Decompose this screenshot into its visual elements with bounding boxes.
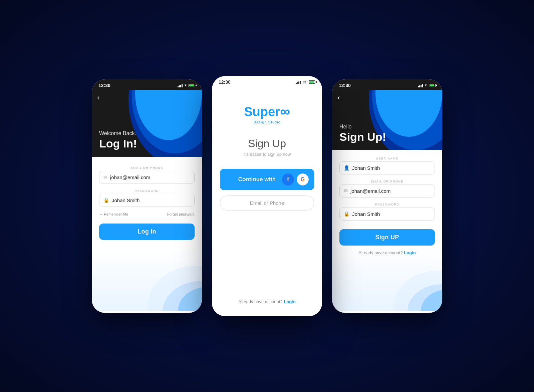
status-icons-center: ≋ <box>296 79 315 85</box>
logo: Super∞ <box>244 103 290 119</box>
password-label: PASSOWORD <box>99 189 195 192</box>
social-icons: f G <box>282 173 309 185</box>
login-link-right[interactable]: Login <box>404 250 416 255</box>
logo-super-text: Super∞ <box>244 105 290 119</box>
facebook-icon: f <box>287 176 289 183</box>
login-title: Log In! <box>99 137 137 150</box>
email-field-group: EMAIL OR PHONE ✉ johan@email.com <box>99 166 195 184</box>
password-input[interactable]: 🔒 Johan Smith <box>99 194 195 207</box>
status-bar-left: 12:30 ▾ <box>92 79 202 90</box>
wifi-icon-center: ≋ <box>303 79 307 85</box>
password-field-group-right: PASSOWORD 🔒 Johan Smith <box>339 203 435 221</box>
login-body: EMAIL OR PHONE ✉ johan@email.com PASSOWO… <box>92 157 202 311</box>
battery-icon-center <box>309 80 315 84</box>
login-button[interactable]: Log In <box>99 224 195 240</box>
battery-icon-left <box>189 84 195 87</box>
signup-button[interactable]: Sign UP <box>339 229 435 246</box>
password-value-right: Johan Smith <box>352 211 380 217</box>
status-icons-right: ▾ <box>418 83 436 87</box>
forget-password-link[interactable]: Forget password <box>167 212 195 216</box>
back-button-right[interactable]: ‹ <box>337 93 340 102</box>
lock-icon-right: 🔒 <box>344 211 349 217</box>
remember-label[interactable]: → Remember Me <box>99 212 128 216</box>
remember-row: → Remember Me Forget password <box>99 212 195 216</box>
center-signup-subtitle: It's easier to sign up now <box>243 152 291 157</box>
google-button[interactable]: G <box>297 173 309 185</box>
email-value: johan@email.com <box>110 174 150 180</box>
corner-wave-left <box>142 251 202 311</box>
email-field-group-right: EMAIL OR PHONE ✉ johan@email.com <box>339 180 435 198</box>
google-icon: G <box>301 176 305 182</box>
time-left: 12:30 <box>98 83 110 88</box>
facebook-button[interactable]: f <box>282 173 294 185</box>
username-value: Johan Smith <box>352 165 380 171</box>
logo-area: Super∞ Design Studio <box>244 103 290 124</box>
email-input-right[interactable]: ✉ johan@email.com <box>339 184 435 198</box>
password-label-right: PASSOWORD <box>339 203 435 206</box>
status-icons-left: ▾ <box>178 83 195 87</box>
login-subtitle: Welcome Back. <box>99 130 137 136</box>
email-label: EMAIL OR PHONE <box>99 166 195 169</box>
battery-icon-right <box>429 84 436 87</box>
login-header-text: Welcome Back. Log In! <box>99 130 137 150</box>
center-body: Super∞ Design Studio Sign Up It's easier… <box>212 87 322 314</box>
signup-body: USER NAME 👤 Johan Smith EMAIL OR PHONE ✉… <box>332 150 442 311</box>
email-label-right: EMAIL OR PHONE <box>339 180 435 183</box>
username-input[interactable]: 👤 Johan Smith <box>339 161 435 174</box>
username-label: USER NAME <box>339 157 435 160</box>
center-phone: 12:30 ≋ Super∞ <box>212 76 322 316</box>
signup-title: Sign Up! <box>339 130 386 143</box>
email-value-right: johan@email.com <box>350 188 390 194</box>
status-bar-right: 12:30 ▾ <box>332 79 442 90</box>
signup-subtitle: Hello <box>339 124 386 130</box>
email-phone-button[interactable]: Email or Phone <box>220 195 314 211</box>
wifi-icon-right: ▾ <box>425 83 427 87</box>
login-header: ‹ Welcome Back. Log In! <box>92 90 202 157</box>
center-signup-title: Sign Up <box>248 137 286 150</box>
already-have-account-center: Already have account? Login <box>238 299 295 304</box>
continue-with-button[interactable]: Continue with f G <box>220 169 314 190</box>
user-icon: 👤 <box>344 165 349 170</box>
email-icon: ✉ <box>103 174 107 180</box>
signup-header: ‹ Hello Sign Up! <box>332 90 442 150</box>
password-input-right[interactable]: 🔒 Johan Smith <box>339 208 435 221</box>
back-button-left[interactable]: ‹ <box>97 93 99 102</box>
wifi-icon-left: ▾ <box>185 83 187 87</box>
lock-icon: 🔒 <box>103 198 109 203</box>
username-field-group: USER NAME 👤 Johan Smith <box>339 157 435 174</box>
time-center: 12:30 <box>219 79 231 85</box>
signal-icon-left <box>178 83 183 87</box>
signal-icon-center <box>296 80 301 84</box>
email-icon-right: ✉ <box>344 188 348 193</box>
password-field-group: PASSOWORD 🔒 Johan Smith <box>99 189 195 207</box>
continue-with-label: Continue with <box>232 176 282 183</box>
login-phone: 12:30 ▾ <box>92 79 202 313</box>
status-bar-center: 12:30 ≋ <box>212 76 322 87</box>
time-right: 12:30 <box>339 83 351 88</box>
password-value: Johan Smith <box>112 198 140 203</box>
email-input[interactable]: ✉ johan@email.com <box>99 171 195 184</box>
already-have-account-right: Already have account? Login <box>339 250 435 255</box>
login-link-center[interactable]: Login <box>284 299 295 304</box>
logo-tagline: Design Studio <box>244 120 290 124</box>
corner-wave-right <box>389 258 442 311</box>
signup-phone: 12:30 ▾ ‹ <box>332 79 442 313</box>
signal-icon-right <box>418 83 423 87</box>
signup-header-text: Hello Sign Up! <box>339 124 386 143</box>
screens-container: 12:30 ▾ <box>92 76 442 316</box>
